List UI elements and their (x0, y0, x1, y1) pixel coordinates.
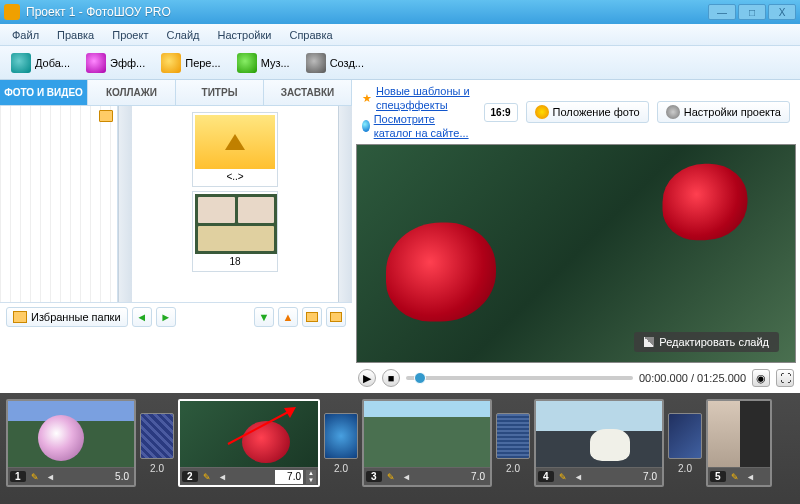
project-settings-button[interactable]: Настройки проекта (657, 101, 790, 123)
spin-up[interactable]: ▲ (306, 470, 316, 477)
edit-icon[interactable]: ✎ (728, 470, 742, 484)
edit-slide-button[interactable]: Редактировать слайд (634, 332, 779, 352)
transitions-button[interactable]: Пере... (154, 50, 227, 76)
window-title: Проект 1 - ФотоШОУ PRO (26, 5, 708, 19)
menu-settings[interactable]: Настройки (210, 26, 280, 44)
menu-edit[interactable]: Правка (49, 26, 102, 44)
fullscreen-button[interactable]: ⛶ (776, 369, 794, 387)
nav-fwd-button[interactable]: ► (156, 307, 176, 327)
edit-icon[interactable]: ✎ (200, 470, 214, 484)
transition-thumb[interactable]: 2.0 (496, 413, 530, 459)
timeline-slide[interactable]: 2 ✎ ◄ ▲▼ (178, 399, 320, 487)
catalog-link[interactable]: Посмотрите каталог на сайте... (374, 112, 476, 140)
effects-button[interactable]: Эфф... (79, 50, 152, 76)
timeline-slide[interactable]: 5 ✎ ◄ (706, 399, 772, 487)
sound-icon[interactable]: ◄ (216, 470, 230, 484)
add-up-button[interactable]: ▲ (278, 307, 298, 327)
edit-icon[interactable]: ✎ (28, 470, 42, 484)
add-button-icon (11, 53, 31, 73)
pencil-icon (644, 337, 654, 347)
timeline-slide[interactable]: 4 ✎ ◄ 7.0 (534, 399, 664, 487)
folder-tree[interactable] (0, 106, 118, 302)
nav-back-button[interactable]: ◄ (132, 307, 152, 327)
transition-duration: 2.0 (325, 463, 357, 474)
favorites-button[interactable]: Избранные папки (6, 307, 128, 327)
tab-collages[interactable]: КОЛЛАЖИ (88, 80, 176, 105)
sound-icon[interactable]: ◄ (572, 470, 586, 484)
play-button[interactable]: ▶ (358, 369, 376, 387)
menu-slide[interactable]: Слайд (158, 26, 207, 44)
slide-thumb (708, 401, 740, 467)
photo-position-button[interactable]: Положение фото (526, 101, 649, 123)
add-down-button[interactable]: ▼ (254, 307, 274, 327)
timeline: 1 ✎ ◄ 5.02.0 2 ✎ ◄ ▲▼2.0 3 ✎ ◄ 7.02.0 4 … (0, 393, 800, 504)
aspect-ratio-button[interactable]: 16:9 (484, 103, 518, 122)
slide-duration: 5.0 (112, 471, 132, 482)
folder-thumb[interactable]: 18 (192, 191, 278, 272)
tab-photo-video[interactable]: ФОТО И ВИДЕО (0, 80, 88, 105)
snapshot-button[interactable]: ◉ (752, 369, 770, 387)
slide-number: 2 (182, 471, 198, 482)
transition-duration: 2.0 (497, 463, 529, 474)
preview-area: Редактировать слайд (356, 144, 796, 363)
transition-thumb[interactable]: 2.0 (668, 413, 702, 459)
timeline-slide[interactable]: 3 ✎ ◄ 7.0 (362, 399, 492, 487)
minimize-button[interactable]: — (708, 4, 736, 20)
toolbar: Доба...Эфф...Пере...Муз...Созд... (0, 46, 800, 80)
templates-link[interactable]: Новые шаблоны и спецэффекты (376, 84, 476, 112)
left-tabs: ФОТО И ВИДЕО КОЛЛАЖИ ТИТРЫ ЗАСТАВКИ (0, 80, 352, 106)
menu-project[interactable]: Проект (104, 26, 156, 44)
timeline-slide[interactable]: 1 ✎ ◄ 5.0 (6, 399, 136, 487)
globe-icon (362, 120, 370, 132)
menu-file[interactable]: Файл (4, 26, 47, 44)
tree-scrollbar[interactable] (118, 106, 132, 302)
fullscreen-icon: ⛶ (780, 372, 791, 384)
slide-thumb (8, 401, 134, 467)
effects-button-icon (86, 53, 106, 73)
edit-icon[interactable]: ✎ (384, 470, 398, 484)
add-star-button[interactable] (326, 307, 346, 327)
thumb-scrollbar[interactable] (338, 106, 352, 302)
close-button[interactable]: X (768, 4, 796, 20)
titlebar: Проект 1 - ФотоШОУ PRO — □ X (0, 0, 800, 24)
parent-folder[interactable]: <..> (192, 112, 278, 187)
slide-number: 1 (10, 471, 26, 482)
menu-help[interactable]: Справка (281, 26, 340, 44)
add-button[interactable]: Доба... (4, 50, 77, 76)
up-arrow-icon (225, 134, 245, 150)
tab-titles[interactable]: ТИТРЫ (176, 80, 264, 105)
edit-icon[interactable]: ✎ (556, 470, 570, 484)
sound-icon[interactable]: ◄ (744, 470, 758, 484)
arrow-up-icon: ▲ (283, 312, 294, 323)
stop-button[interactable]: ■ (382, 369, 400, 387)
transition-duration: 2.0 (669, 463, 701, 474)
star-icon: ★ (362, 91, 372, 105)
stop-icon: ■ (388, 372, 395, 384)
thumbnail-pane: <..> 18 (132, 106, 338, 302)
slide-duration: 7.0 (468, 471, 488, 482)
play-icon: ▶ (363, 372, 371, 385)
slide-number: 4 (538, 471, 554, 482)
arrow-right-icon: ► (160, 312, 171, 323)
transition-thumb[interactable]: 2.0 (140, 413, 174, 459)
add-folder-button[interactable] (302, 307, 322, 327)
arrow-left-icon: ◄ (136, 312, 147, 323)
music-button[interactable]: Муз... (230, 50, 297, 76)
arrow-down-icon: ▼ (259, 312, 270, 323)
menubar: Файл Правка Проект Слайд Настройки Справ… (0, 24, 800, 46)
maximize-button[interactable]: □ (738, 4, 766, 20)
create-button[interactable]: Созд... (299, 50, 371, 76)
time-display: 00:00.000 / 01:25.000 (639, 372, 746, 384)
sound-icon[interactable]: ◄ (44, 470, 58, 484)
slide-thumb (536, 401, 662, 467)
seek-bar[interactable] (406, 376, 633, 380)
sound-icon[interactable]: ◄ (400, 470, 414, 484)
duration-input[interactable] (275, 470, 303, 484)
seek-handle[interactable] (414, 372, 426, 384)
music-button-icon (237, 53, 257, 73)
transition-thumb[interactable]: 2.0 (324, 413, 358, 459)
tab-intros[interactable]: ЗАСТАВКИ (264, 80, 352, 105)
spin-down[interactable]: ▼ (306, 477, 316, 484)
gear-icon (666, 105, 680, 119)
folder-icon (306, 312, 318, 322)
